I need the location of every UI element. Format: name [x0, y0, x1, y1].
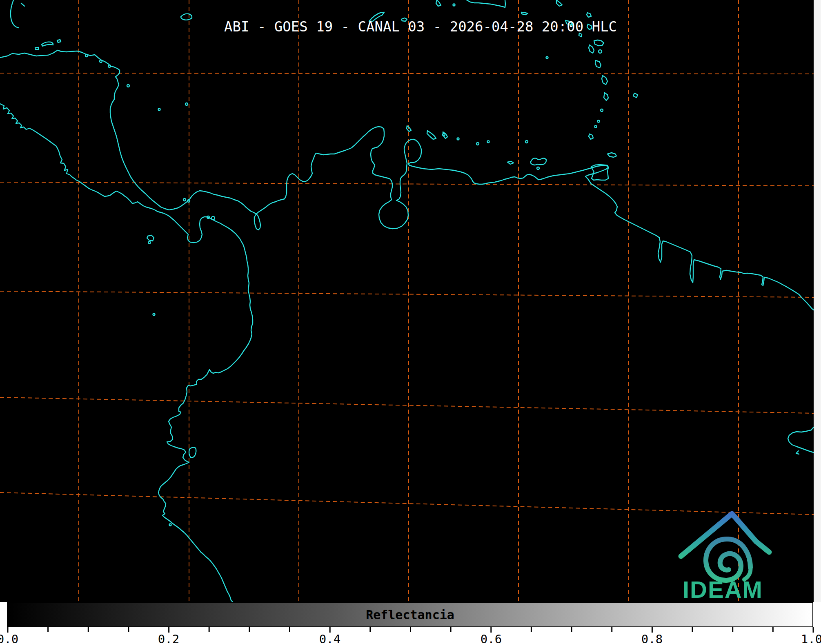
coastline-honduras-nicaragua-caribbean: [0, 50, 814, 310]
colorbar-ticks: [0, 627, 821, 635]
island-jamaica: [181, 14, 192, 20]
island-puna: [189, 448, 196, 458]
colorbar-axis: 0.0 0.2 0.4 0.6 0.8 1.0: [0, 627, 821, 644]
island-guanaja: [57, 40, 61, 42]
island-curacao: [427, 131, 436, 139]
island-tobago: [607, 153, 616, 157]
mountain-icon: [681, 514, 769, 556]
small-islets: [85, 4, 603, 526]
parallel-gridline: [0, 397, 814, 413]
logo-text: IDEAM: [683, 576, 763, 602]
coastline-amazon-fragment-right-edge: [788, 427, 814, 452]
hurricane-spiral-icon: [706, 539, 750, 580]
island-martinique: [595, 60, 601, 68]
tick-label-0.8: 0.8: [641, 632, 663, 644]
island-barbados: [633, 93, 638, 98]
island-utila: [35, 47, 39, 49]
tick-label-0.6: 0.6: [481, 632, 502, 644]
tick-label-0.0: 0.0: [0, 632, 18, 644]
island-antilles-north-2: [587, 13, 591, 17]
coastline-pacific-central-south-america: [0, 104, 253, 602]
graticule-gridlines: [0, 0, 814, 602]
island-near-margarita: [507, 161, 514, 164]
island-puerto-rico-south-coast: [467, 0, 505, 7]
parallel-gridline: [0, 492, 814, 515]
ideam-logo: IDEAM: [681, 514, 769, 602]
island-st-vincent: [604, 93, 608, 100]
reflectance-colorbar: Reflectancia: [7, 602, 813, 627]
parallel-gridline: [0, 182, 814, 186]
coastline-fragment: [21, 3, 24, 6]
satellite-map-area: IDEAM ABI - GOES 19 - CANAL 03 - 2026-04…: [0, 0, 814, 602]
island-roatan: [42, 42, 53, 46]
island-margarita: [531, 158, 546, 165]
tick-label-0.2: 0.2: [158, 632, 179, 644]
coastline-fragment-river-branch: [796, 451, 799, 454]
scan-edge-band: [814, 0, 821, 602]
map-canvas: IDEAM: [0, 0, 814, 602]
island-antilles-north-1: [556, 0, 562, 6]
coastlines: [0, 0, 814, 602]
island-coiba: [147, 235, 154, 241]
island-mona: [436, 0, 441, 6]
tick-label-1.0: 1.0: [801, 632, 821, 644]
coastline-yucatan-corner-fragment: [11, 0, 18, 28]
tick-label-0.4: 0.4: [319, 632, 340, 644]
parallel-gridline: [0, 73, 814, 74]
island-st-lucia: [602, 76, 607, 85]
island-guadeloupe: [594, 40, 604, 46]
parallel-gridline: [0, 291, 814, 297]
image-title: ABI - GOES 19 - CANAL 03 - 2026-04-28 20…: [224, 18, 617, 35]
colorbar-label: Reflectancia: [8, 603, 812, 626]
satellite-image-viewer: { "title": "ABI - GOES 19 - CANAL 03 - 2…: [0, 0, 821, 644]
island-dominica: [589, 45, 594, 53]
island-grenada: [589, 134, 593, 139]
island-vieques: [521, 12, 528, 15]
